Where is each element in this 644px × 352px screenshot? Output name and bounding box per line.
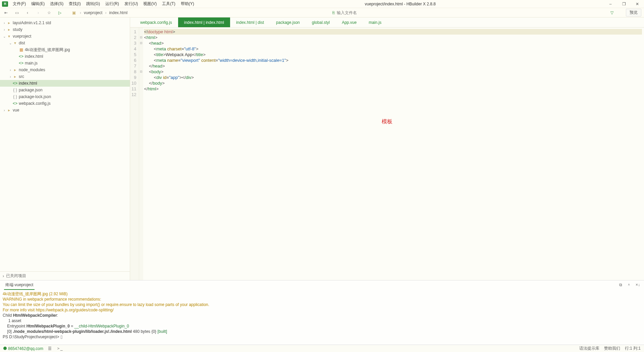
code-line[interactable]: </body> [144, 80, 642, 86]
terminal-line: Entrypoint HtmlWebpackPlugin_0 = __child… [3, 323, 641, 329]
tree-item[interactable]: <>main.js [0, 60, 130, 67]
tree-item[interactable]: ⌄▾vueproject [0, 33, 130, 40]
editor-tab[interactable]: App.vue [336, 17, 363, 27]
breadcrumb: ▣ › vueproject › index.html [70, 9, 127, 16]
code-line[interactable] [144, 92, 642, 97]
preview-button[interactable]: 预览 [626, 9, 641, 16]
editor-tab[interactable]: main.js [363, 17, 387, 27]
explorer-collapse-icon[interactable]: ⇤ [3, 9, 9, 16]
new-file-icon[interactable]: ▭ [13, 9, 20, 16]
chevron-icon: ⌄ [8, 41, 13, 45]
menu-item[interactable]: 帮助(Y) [178, 0, 197, 8]
maximize-button[interactable]: ❐ [617, 0, 631, 8]
folder-open-icon: ▾ [13, 41, 17, 45]
folder-icon: ▸ [13, 74, 17, 79]
tree-item[interactable]: { }package.json [0, 87, 130, 93]
menu-item[interactable]: 选择(S) [47, 0, 66, 8]
folder-icon: ▸ [7, 27, 11, 32]
code-icon: <> [13, 81, 17, 86]
tree-item[interactable]: { }package-lock.json [0, 93, 130, 100]
window-title: vueproject/index.html - HBuilder X 2.8.8 [197, 2, 604, 6]
menu-item[interactable]: 文件(F) [10, 0, 29, 8]
tree-item[interactable]: ›▸node_modules [0, 67, 130, 73]
terminal-line: For more info visit https://webpack.js.o… [3, 307, 641, 313]
folder-icon: ▸ [13, 68, 17, 72]
terminal-newwindow-icon[interactable]: ⧉ [619, 282, 622, 288]
tree-item[interactable]: ›▸study [0, 26, 130, 33]
terminal-tab[interactable]: 终端-vueproject [4, 281, 35, 290]
code-line[interactable]: <meta name="viewport" content="width=dev… [144, 57, 642, 63]
json-icon: { } [13, 94, 17, 99]
tree-label: webpack.config.js [19, 101, 51, 106]
editor-tab[interactable]: index.html | index.html [178, 17, 230, 27]
terminal-line: Child HtmlWebpackCompiler: [3, 313, 641, 318]
terminal-collapse-icon[interactable]: ＾ [627, 282, 631, 288]
menu-item[interactable]: 编辑(E) [29, 0, 47, 8]
editor-tab[interactable]: webpack.config.js [134, 17, 178, 27]
chevron-icon: › [8, 75, 13, 79]
status-user[interactable]: 86547462@qq.com [3, 346, 43, 351]
menu-item[interactable]: 工具(T) [159, 0, 178, 8]
status-terminal-icon[interactable]: ＞_ [56, 346, 63, 351]
code-line[interactable]: </html> [144, 86, 642, 92]
tree-label: layuiAdmin.v1.2.1 std [13, 20, 51, 25]
tree-item[interactable]: ⌄▾dist [0, 40, 130, 46]
closed-projects[interactable]: › 已关闭项目 [0, 271, 130, 280]
search-icon: ⎘ [332, 10, 335, 15]
minimize-button[interactable]: – [604, 0, 617, 8]
code-icon: <> [19, 54, 23, 59]
file-search[interactable]: ⎘ [332, 10, 404, 15]
menu-item[interactable]: 查找(I) [66, 0, 83, 8]
statusbar: 86547462@qq.com ☰ ＞_ 语法提示库 赞助我们 行:1 列:1 [0, 345, 644, 352]
nav-back-icon[interactable]: ‹ [24, 9, 31, 16]
donate-button[interactable]: 赞助我们 [604, 346, 620, 351]
code-line[interactable]: <head> [144, 40, 642, 46]
tree-item[interactable]: <>webpack.config.js [0, 100, 130, 107]
syntax-hint-button[interactable]: 语法提示库 [579, 346, 599, 351]
json-icon: { } [13, 88, 17, 92]
terminal-close-icon[interactable]: ×↓ [636, 282, 640, 288]
breadcrumb-item[interactable]: vueproject [84, 10, 102, 15]
code-line[interactable]: <html> [144, 35, 642, 40]
tree-item[interactable]: ›▸layuiAdmin.v1.2.1 std [0, 19, 130, 26]
terminal-body[interactable]: 4k动漫壁纸_彼岸图网.jpg (2.92 MiB)WARNING in web… [0, 290, 644, 345]
code-line[interactable]: <!doctype html> [144, 29, 642, 35]
tree-label: study [13, 27, 22, 32]
menu-item[interactable]: 发行(U) [122, 0, 141, 8]
menu-item[interactable]: 视图(V) [141, 0, 159, 8]
breadcrumb-item[interactable]: index.html [109, 10, 127, 15]
editor-tab[interactable]: index.html | dist [230, 17, 270, 27]
folder-icon: ▸ [7, 20, 11, 25]
editor-tab[interactable]: global.styl [306, 17, 336, 27]
tree-item[interactable]: <>index.html [0, 80, 130, 87]
img-icon: ▦ [19, 47, 23, 52]
chevron-icon: ⌄ [2, 35, 7, 38]
tree-item[interactable]: ›▸src [0, 73, 130, 80]
code-line[interactable]: <div id="app"></div> [144, 75, 642, 80]
terminal-line: 1 asset [3, 318, 641, 323]
terminal-line: PS D:\StudyProject\vueproject> ▯ [3, 334, 641, 340]
folder-icon: ▸ [7, 108, 11, 113]
editor-tab[interactable]: package.json [270, 17, 306, 27]
close-window-button[interactable]: ✕ [631, 0, 644, 8]
tree-item[interactable]: <>index.html [0, 53, 130, 60]
nav-forward-icon[interactable]: › [35, 9, 42, 16]
filter-icon[interactable]: ▽ [608, 9, 615, 16]
cursor-position: 行:1 列:1 [625, 346, 641, 351]
code-line[interactable]: <title>Webpack App</title> [144, 52, 642, 57]
run-icon[interactable]: ▷ [56, 9, 63, 16]
code-line[interactable]: <body> [144, 69, 642, 75]
editor-tabs: webpack.config.jsindex.html | index.html… [130, 17, 644, 28]
tree-item[interactable]: ▦4k动漫壁纸_彼岸图网.jpg [0, 46, 130, 53]
search-input[interactable] [337, 10, 404, 15]
code-line[interactable]: </head> [144, 63, 642, 69]
tree-label: main.js [25, 61, 38, 65]
status-indent-icon[interactable]: ☰ [48, 346, 52, 351]
tree-item[interactable]: ›▸vue [0, 107, 130, 114]
menu-item[interactable]: 运行(R) [103, 0, 122, 8]
code-line[interactable]: <meta charset="utf-8"> [144, 46, 642, 52]
menu-item[interactable]: 跳转(G) [84, 0, 103, 8]
star-icon[interactable]: ☆ [46, 9, 52, 16]
tree-label: node_modules [19, 68, 45, 72]
code-editor[interactable]: 123456789101112 ⊟⊟⊟ <!doctype html><html… [130, 28, 644, 280]
